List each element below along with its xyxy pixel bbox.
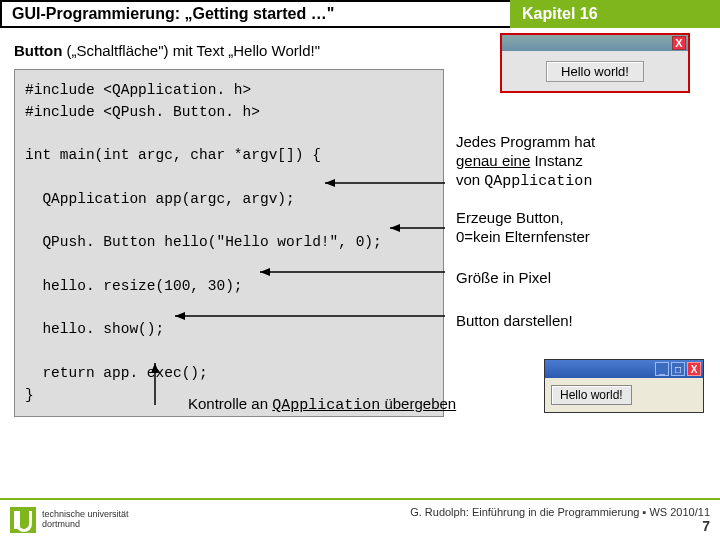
maximize-icon[interactable]: □ bbox=[671, 362, 685, 376]
arrow-icon bbox=[325, 178, 455, 188]
header-title: GUI-Programmierung: „Getting started …" bbox=[0, 0, 510, 28]
subtitle-bold: Button bbox=[14, 42, 62, 59]
tiny-body: Hello world! bbox=[545, 378, 703, 412]
header-chapter: Kapitel 16 bbox=[510, 0, 720, 28]
code-block: #include <QApplication. h> #include <QPu… bbox=[14, 69, 444, 417]
arrow-icon bbox=[150, 363, 160, 413]
footer-credit: G. Rudolph: Einführung in die Programmie… bbox=[410, 506, 710, 518]
footer: technische universität dortmund G. Rudol… bbox=[0, 498, 720, 540]
note-qapplication: Jedes Programm hat genau eine Instanz vo… bbox=[456, 133, 595, 191]
screenshot-window: _ □ X Hello world! bbox=[544, 359, 704, 413]
slide-body: Button („Schaltfläche") mit Text „Hello … bbox=[0, 28, 720, 431]
close-icon[interactable]: X bbox=[672, 36, 686, 50]
close-icon[interactable]: X bbox=[687, 362, 701, 376]
arrow-icon bbox=[175, 311, 455, 321]
tiny-titlebar: _ □ X bbox=[545, 360, 703, 378]
minimize-icon[interactable]: _ bbox=[655, 362, 669, 376]
page-number: 7 bbox=[702, 518, 710, 534]
bottom-note: Kontrolle an QApplication übergeben bbox=[188, 395, 456, 414]
svg-marker-1 bbox=[325, 179, 335, 187]
note-show: Button darstellen! bbox=[456, 312, 573, 331]
example-window: X Hello world! bbox=[500, 33, 690, 93]
arrow-icon bbox=[390, 223, 455, 233]
tu-mark-icon bbox=[10, 507, 36, 533]
tu-logo: technische universität dortmund bbox=[10, 507, 129, 533]
tiny-hello-button[interactable]: Hello world! bbox=[551, 385, 632, 405]
svg-marker-3 bbox=[390, 224, 400, 232]
arrow-icon bbox=[260, 267, 455, 277]
titlebar: X bbox=[502, 35, 688, 51]
hello-button[interactable]: Hello world! bbox=[546, 61, 644, 82]
note-size: Größe in Pixel bbox=[456, 269, 551, 288]
window-body: Hello world! bbox=[502, 51, 688, 91]
subtitle-rest: („Schaltfläche") mit Text „Hello World!" bbox=[62, 42, 320, 59]
svg-marker-9 bbox=[151, 363, 159, 373]
note-create-button: Erzeuge Button, 0=kein Elternfenster bbox=[456, 209, 590, 247]
svg-marker-7 bbox=[175, 312, 185, 320]
svg-marker-5 bbox=[260, 268, 270, 276]
slide-header: GUI-Programmierung: „Getting started …" … bbox=[0, 0, 720, 28]
